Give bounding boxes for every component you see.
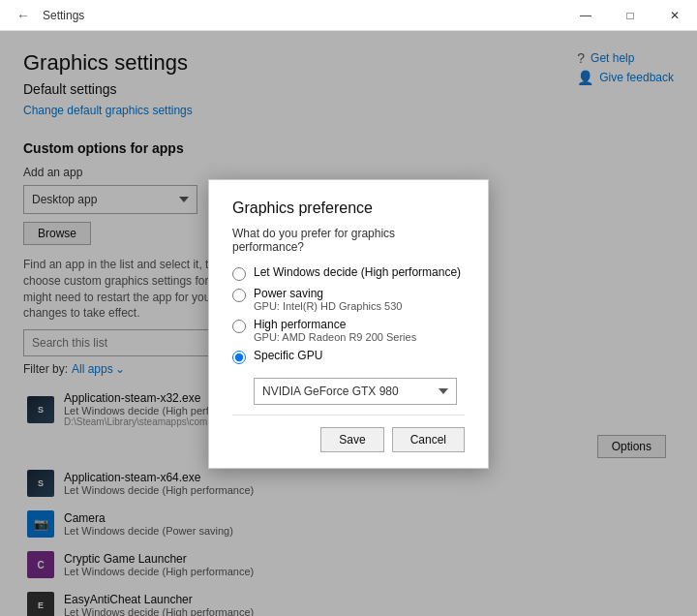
radio-sublabel-power-saving: GPU: Intel(R) HD Graphics 530 bbox=[254, 300, 402, 312]
dialog-title: Graphics preference bbox=[232, 200, 465, 217]
cancel-button[interactable]: Cancel bbox=[392, 427, 465, 452]
maximize-button[interactable]: □ bbox=[608, 0, 652, 31]
radio-power-saving[interactable] bbox=[232, 289, 246, 302]
radio-group: Let Windows decide (High performance) Po… bbox=[232, 265, 465, 364]
window-title: Settings bbox=[43, 9, 84, 22]
dialog-buttons: Save Cancel bbox=[232, 415, 465, 452]
back-button[interactable]: ← bbox=[12, 4, 35, 27]
radio-item-windows[interactable]: Let Windows decide (High performance) bbox=[232, 265, 465, 281]
gpu-dropdown-row: NVIDIA GeForce GTX 980 AMD Radeon R9 200… bbox=[254, 378, 465, 405]
gpu-dropdown[interactable]: NVIDIA GeForce GTX 980 AMD Radeon R9 200… bbox=[254, 378, 457, 405]
save-button[interactable]: Save bbox=[320, 427, 383, 452]
dialog-question: What do you prefer for graphics performa… bbox=[232, 227, 465, 254]
radio-windows[interactable] bbox=[232, 267, 246, 281]
window: ← Settings — □ ✕ ? Get help 👤 Give feedb… bbox=[0, 0, 697, 616]
radio-label-windows: Let Windows decide (High performance) bbox=[254, 265, 461, 279]
title-bar: ← Settings — □ ✕ bbox=[0, 0, 697, 31]
close-button[interactable]: ✕ bbox=[652, 0, 697, 31]
radio-label-power-saving: Power saving bbox=[254, 287, 402, 300]
radio-item-power-saving[interactable]: Power saving GPU: Intel(R) HD Graphics 5… bbox=[232, 287, 465, 312]
radio-label-high-performance: High performance bbox=[254, 318, 416, 331]
radio-high-performance[interactable] bbox=[232, 320, 246, 333]
radio-specific-gpu[interactable] bbox=[232, 351, 246, 364]
minimize-button[interactable]: — bbox=[563, 0, 608, 31]
content-area: ? Get help 👤 Give feedback Graphics sett… bbox=[0, 31, 697, 616]
graphics-preference-dialog: Graphics preference What do you prefer f… bbox=[208, 179, 489, 469]
radio-item-specific-gpu[interactable]: Specific GPU bbox=[232, 349, 465, 364]
main-area: ? Get help 👤 Give feedback Graphics sett… bbox=[0, 31, 697, 616]
radio-item-high-performance[interactable]: High performance GPU: AMD Radeon R9 200 … bbox=[232, 318, 465, 343]
radio-sublabel-high-performance: GPU: AMD Radeon R9 200 Series bbox=[254, 331, 416, 343]
dialog-overlay: Graphics preference What do you prefer f… bbox=[0, 31, 697, 616]
radio-label-specific-gpu: Specific GPU bbox=[254, 349, 322, 362]
